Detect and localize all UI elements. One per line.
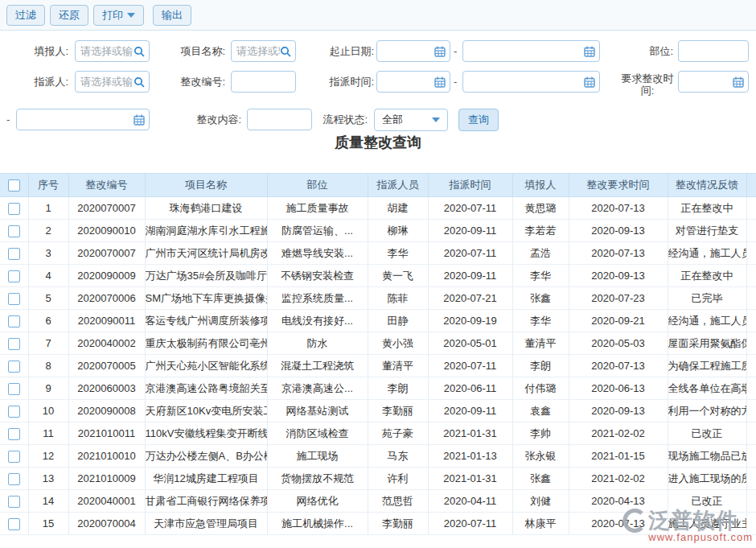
restore-button[interactable]: 还原	[50, 5, 88, 26]
row-checkbox[interactable]	[8, 225, 20, 237]
assign-time-from-input[interactable]	[382, 76, 434, 88]
project-link[interactable]: 湖南洞庭湖水库引水工程施工	[145, 220, 267, 242]
project-link[interactable]: 天津市应急管理局项目	[145, 513, 267, 535]
project-field[interactable]	[231, 40, 296, 62]
project-link[interactable]: SM广场地下车库更换摄像头	[145, 287, 267, 310]
code-link[interactable]: 2020090011	[68, 310, 145, 332]
project-link[interactable]: 广州市天河区统计局机房改造	[145, 242, 267, 265]
row-checkbox[interactable]	[8, 518, 20, 530]
assignee-link[interactable]: 胡建	[368, 197, 428, 220]
assignee-link[interactable]: 柳琳	[368, 220, 428, 242]
date-to-field[interactable]	[462, 40, 600, 62]
assignee-link[interactable]: 范思哲	[368, 490, 428, 513]
reporter-link[interactable]: 付伟璐	[512, 377, 569, 400]
reporter-link[interactable]: 张鑫	[512, 287, 569, 310]
row-checkbox[interactable]	[8, 270, 20, 282]
row-checkbox[interactable]	[8, 248, 20, 260]
reporter-link[interactable]: 袁鑫	[512, 400, 569, 422]
code-link[interactable]: 2020070004	[68, 513, 145, 535]
reporter-link[interactable]: 张永银	[512, 445, 569, 468]
reporter-link[interactable]: 刘健	[512, 490, 569, 513]
project-link[interactable]: 京港澳高速公路粤境韶关至广州	[145, 377, 267, 400]
row-checkbox[interactable]	[8, 451, 20, 463]
code-link[interactable]: 2020090008	[68, 400, 145, 422]
row-checkbox[interactable]	[8, 473, 20, 485]
calendar-icon[interactable]	[733, 76, 744, 88]
rect-code-field[interactable]	[231, 71, 296, 93]
code-link[interactable]: 2021010011	[68, 422, 145, 445]
reporter-link[interactable]: 张鑫	[512, 468, 569, 490]
search-icon[interactable]	[134, 46, 145, 57]
date-from-input[interactable]	[382, 45, 434, 57]
assignee-link[interactable]: 李勤丽	[368, 513, 428, 535]
code-link[interactable]: 2020090010	[68, 220, 145, 242]
reporter-link[interactable]: 李若若	[512, 220, 569, 242]
calendar-icon[interactable]	[584, 46, 595, 57]
code-link[interactable]: 2020090009	[68, 265, 145, 287]
reporter-link[interactable]: 李华	[512, 310, 569, 332]
reporter-link[interactable]: 林康平	[512, 513, 569, 535]
select-all-checkbox[interactable]	[8, 179, 20, 192]
assignee-link[interactable]: 马东	[368, 445, 428, 468]
calendar-icon[interactable]	[584, 76, 595, 88]
date-to-input[interactable]	[468, 45, 584, 57]
require-time-to-field[interactable]	[16, 109, 150, 130]
row-checkbox[interactable]	[8, 203, 20, 215]
reporter-field[interactable]	[75, 40, 150, 62]
reporter-link[interactable]: 董清平	[512, 332, 569, 355]
row-checkbox[interactable]	[8, 496, 20, 508]
code-link[interactable]: 2020070007	[68, 197, 145, 220]
assign-time-from-field[interactable]	[376, 71, 450, 93]
row-checkbox[interactable]	[8, 338, 20, 350]
project-link[interactable]: 万达办公楼左侧A、B办公楼	[145, 445, 267, 468]
project-link[interactable]: 重庆太极制药有限公司亳州项目	[145, 332, 267, 355]
content-field[interactable]	[247, 109, 312, 130]
code-link[interactable]: 2020070006	[68, 287, 145, 310]
code-link[interactable]: 2021010009	[68, 468, 145, 490]
code-link[interactable]: 2020070007	[68, 242, 145, 265]
code-link[interactable]: 2020040002	[68, 332, 145, 355]
project-link[interactable]: 万达广场35#会所及咖啡厅装修	[145, 265, 267, 287]
row-checkbox[interactable]	[8, 406, 20, 418]
row-checkbox[interactable]	[8, 315, 20, 328]
code-link[interactable]: 2020040001	[68, 490, 145, 513]
reporter-link[interactable]: 黄思璐	[512, 197, 569, 220]
project-link[interactable]: 客运专线广州调度所装修项目	[145, 310, 267, 332]
assigner-field[interactable]	[75, 71, 150, 93]
assignee-link[interactable]: 苑子豪	[368, 422, 428, 445]
code-link[interactable]: 2021010010	[68, 445, 145, 468]
require-time-field[interactable]	[678, 71, 749, 93]
project-link[interactable]: 110kV安徽线程集变开断线工程	[145, 422, 267, 445]
row-checkbox[interactable]	[8, 293, 20, 305]
print-button[interactable]: 打印	[93, 5, 144, 26]
project-link[interactable]: 华润12城房建工程项目	[145, 468, 267, 490]
date-from-field[interactable]	[376, 40, 450, 62]
reporter-input[interactable]	[80, 45, 134, 57]
project-input[interactable]	[236, 45, 280, 57]
part-input[interactable]	[684, 45, 744, 57]
reporter-link[interactable]: 李朗	[512, 355, 569, 377]
assignee-link[interactable]: 李华	[368, 242, 428, 265]
row-checkbox[interactable]	[8, 428, 20, 440]
calendar-icon[interactable]	[434, 76, 446, 88]
project-link[interactable]: 天府新区10Kv变电所安装工程	[145, 400, 267, 422]
code-link[interactable]: 2020060003	[68, 377, 145, 400]
project-link[interactable]: 广州天心苑小区智能化系统工程	[145, 355, 267, 377]
content-input[interactable]	[253, 113, 307, 126]
assignee-link[interactable]: 黄小强	[368, 332, 428, 355]
rect-code-input[interactable]	[236, 76, 291, 88]
reporter-link[interactable]: 李华	[512, 265, 569, 287]
assignee-link[interactable]: 田静	[368, 310, 428, 332]
assignee-link[interactable]: 陈菲	[368, 287, 428, 310]
reporter-link[interactable]: 孟浩	[512, 242, 569, 265]
row-checkbox[interactable]	[8, 361, 20, 373]
project-link[interactable]: 甘肃省工商银行网络保养项目	[145, 490, 267, 513]
assignee-link[interactable]: 黄一飞	[368, 265, 428, 287]
search-button[interactable]: 查询	[458, 109, 499, 131]
calendar-icon[interactable]	[134, 114, 145, 126]
assignee-link[interactable]: 许利	[368, 468, 428, 490]
search-icon[interactable]	[280, 46, 291, 57]
assign-time-to-field[interactable]	[462, 71, 600, 93]
flow-status-select[interactable]: 全部	[374, 109, 448, 131]
assign-time-to-input[interactable]	[468, 76, 584, 88]
